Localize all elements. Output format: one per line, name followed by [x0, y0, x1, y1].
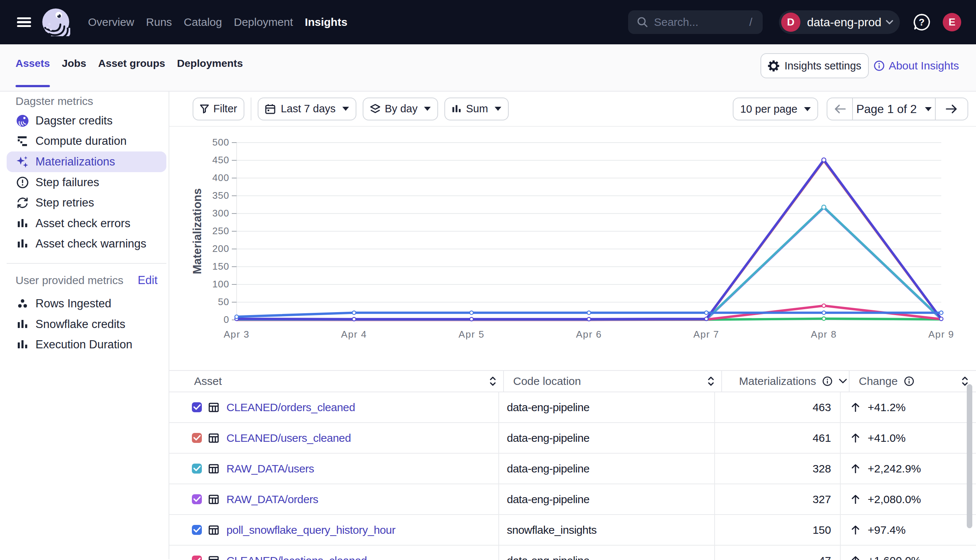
svg-text:Apr 3: Apr 3: [224, 329, 249, 340]
svg-text:300: 300: [212, 208, 229, 219]
svg-text:?: ?: [919, 17, 924, 28]
svg-text:Apr 8: Apr 8: [811, 329, 837, 340]
svg-text:500: 500: [212, 137, 229, 148]
svg-text:250: 250: [212, 225, 229, 237]
svg-text:Apr 7: Apr 7: [694, 329, 719, 340]
svg-text:0: 0: [224, 314, 229, 325]
svg-text:150: 150: [212, 261, 229, 272]
svg-text:Apr 5: Apr 5: [458, 329, 484, 340]
svg-text:Apr 9: Apr 9: [928, 329, 954, 340]
svg-text:350: 350: [212, 190, 229, 201]
svg-text:Apr 6: Apr 6: [576, 329, 602, 340]
svg-text:Materializations: Materializations: [191, 188, 204, 275]
svg-text:50: 50: [218, 296, 229, 307]
svg-text:450: 450: [212, 154, 229, 165]
svg-text:400: 400: [212, 172, 229, 183]
svg-text:Apr 4: Apr 4: [341, 329, 367, 340]
svg-text:100: 100: [212, 278, 229, 290]
svg-text:200: 200: [212, 243, 229, 254]
